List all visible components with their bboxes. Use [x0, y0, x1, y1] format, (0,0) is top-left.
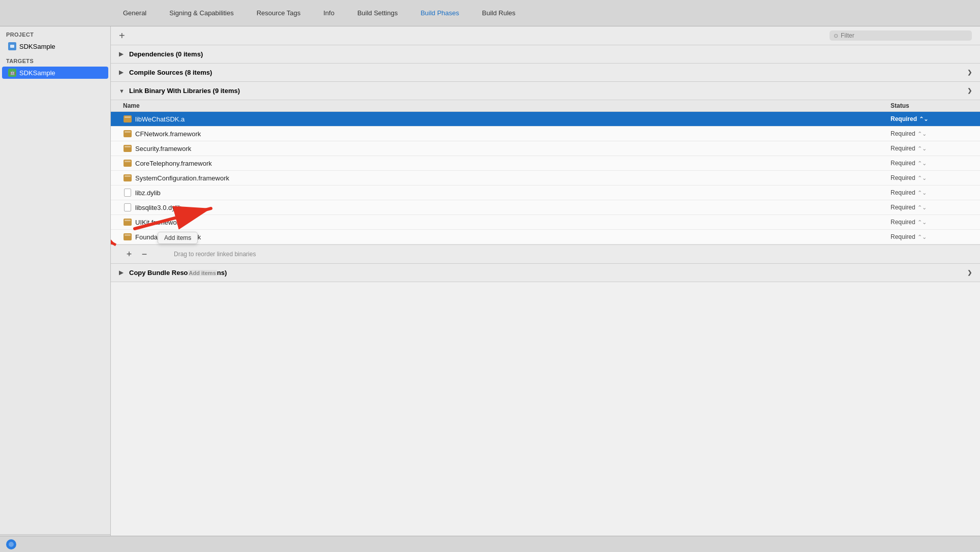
row-status-0: Required ⌃⌄	[891, 115, 972, 122]
compile-sources-phase-header[interactable]: Compile Sources (8 items) ❯	[111, 64, 980, 81]
row-icon-3	[123, 159, 132, 168]
col-name-header: Name	[123, 102, 891, 109]
project-section-header: PROJECT	[0, 26, 110, 40]
copy-bundle-chevron	[119, 269, 125, 276]
sidebar-target-label: SDKSample	[19, 69, 55, 77]
tab-bar: General Signing & Capabilities Resource …	[0, 0, 980, 26]
tab-resource-tags[interactable]: Resource Tags	[246, 0, 312, 26]
stepper-icon-7[interactable]: ⌃⌄	[917, 219, 927, 226]
table-row[interactable]: libWeChatSDK.a Required ⌃⌄	[111, 112, 980, 127]
table-bottom-toolbar: + Add items − Drag to reorder linked bin…	[111, 244, 980, 263]
filter-input-container: ⊙	[830, 30, 972, 41]
sidebar: PROJECT SDKSample TARGETS 🤖 SDKSample − …	[0, 26, 111, 552]
compile-sources-phase: Compile Sources (8 items) ❯	[111, 64, 980, 82]
filter-input[interactable]	[841, 32, 968, 39]
tab-build-rules[interactable]: Build Rules	[471, 0, 527, 26]
main-layout: PROJECT SDKSample TARGETS 🤖 SDKSample − …	[0, 26, 980, 552]
tab-build-phases[interactable]: Build Phases	[409, 0, 471, 26]
archive-icon	[124, 115, 132, 122]
tab-general[interactable]: General	[112, 0, 158, 26]
row-status-5: Required ⌃⌄	[891, 189, 972, 196]
row-status-3: Required ⌃⌄	[891, 160, 972, 167]
row-status-8: Required ⌃⌄	[891, 233, 972, 240]
stepper-icon-5[interactable]: ⌃⌄	[917, 190, 927, 196]
col-status-header: Status	[891, 102, 972, 109]
table-row[interactable]: Security.framework Required ⌃⌄	[111, 141, 980, 156]
targets-section-header: TARGETS	[0, 53, 110, 66]
row-name-1: CFNetwork.framework	[135, 130, 891, 138]
row-name-6: libsqlite3.0.dylib	[135, 204, 891, 211]
table-row[interactable]: Foundation.framework Required ⌃⌄	[111, 230, 980, 244]
framework-icon-7	[124, 219, 132, 226]
row-name-8: Foundation.framework	[135, 233, 891, 241]
main-content: + ⊙ Dependencies (0 items) Compile Sourc…	[111, 26, 980, 552]
row-icon-8	[123, 232, 132, 241]
row-name-7: UIKit.framework	[135, 219, 891, 226]
stepper-icon-1[interactable]: ⌃⌄	[917, 131, 927, 137]
link-binary-table: Name Status libWeChatSDK.a Required ⌃⌄	[111, 100, 980, 244]
remove-library-button[interactable]: −	[138, 248, 150, 260]
framework-icon-1	[124, 130, 132, 137]
table-row[interactable]: libz.dylib Required ⌃⌄	[111, 186, 980, 200]
svg-point-4	[9, 542, 14, 547]
dependencies-chevron	[119, 51, 125, 57]
stepper-icon-2[interactable]: ⌃⌄	[917, 145, 927, 152]
framework-icon-2	[124, 145, 132, 152]
link-binary-phase-header[interactable]: Link Binary With Libraries (9 items) ❯	[111, 82, 980, 100]
stepper-icon-0[interactable]: ⌃⌄	[919, 116, 928, 122]
row-name-2: Security.framework	[135, 145, 891, 152]
row-icon-2	[123, 144, 132, 153]
file-icon-6	[124, 203, 131, 211]
framework-icon-3	[124, 160, 132, 167]
bottom-bar	[0, 536, 980, 552]
table-row[interactable]: CoreTelephony.framework Required ⌃⌄	[111, 156, 980, 171]
row-name-3: CoreTelephony.framework	[135, 160, 891, 167]
add-phase-button[interactable]: +	[119, 30, 125, 41]
stepper-icon-8[interactable]: ⌃⌄	[917, 234, 927, 240]
status-indicator	[6, 539, 16, 549]
table-row[interactable]: UIKit.framework Required ⌃⌄	[111, 215, 980, 230]
dependencies-phase-header[interactable]: Dependencies (0 items)	[111, 45, 980, 63]
table-row[interactable]: CFNetwork.framework Required ⌃⌄	[111, 127, 980, 141]
row-status-7: Required ⌃⌄	[891, 219, 972, 226]
add-library-button[interactable]: +	[123, 248, 135, 260]
compile-sources-expand-icon: ❯	[967, 69, 972, 76]
row-status-6: Required ⌃⌄	[891, 204, 972, 211]
row-icon-5	[123, 188, 132, 197]
main-toolbar: + ⊙	[111, 26, 980, 45]
compile-sources-chevron	[119, 69, 125, 76]
row-icon-0	[123, 114, 132, 124]
stepper-icon-6[interactable]: ⌃⌄	[917, 204, 927, 211]
sidebar-item-target[interactable]: 🤖 SDKSample	[2, 67, 108, 79]
stepper-icon-4[interactable]: ⌃⌄	[917, 175, 927, 181]
link-binary-expand-icon: ❯	[967, 87, 972, 94]
row-status-2: Required ⌃⌄	[891, 145, 972, 152]
table-row[interactable]: libsqlite3.0.dylib Required ⌃⌄	[111, 200, 980, 215]
row-name-4: SystemConfiguration.framework	[135, 174, 891, 182]
row-icon-7	[123, 218, 132, 227]
drag-hint: Drag to reorder linked binaries	[174, 251, 256, 258]
table-header: Name Status	[111, 100, 980, 112]
row-icon-4	[123, 173, 132, 182]
copy-bundle-expand-icon: ❯	[967, 269, 972, 276]
row-name-0: libWeChatSDK.a	[135, 115, 891, 123]
row-status-4: Required ⌃⌄	[891, 174, 972, 181]
copy-bundle-phase-header[interactable]: Copy Bundle ResoAdd itemsns) ❯	[111, 264, 980, 282]
stepper-icon-3[interactable]: ⌃⌄	[917, 160, 927, 167]
add-items-tooltip: Add items	[158, 232, 198, 244]
tab-build-settings[interactable]: Build Settings	[346, 0, 410, 26]
tab-signing[interactable]: Signing & Capabilities	[158, 0, 245, 26]
compile-sources-phase-title: Compile Sources (8 items)	[129, 69, 212, 76]
target-icon: 🤖	[8, 69, 16, 77]
link-binary-phase: Link Binary With Libraries (9 items) ❯ N…	[111, 82, 980, 264]
filter-icon: ⊙	[834, 33, 838, 39]
row-status-1: Required ⌃⌄	[891, 130, 972, 137]
tab-info[interactable]: Info	[312, 0, 346, 26]
dependencies-phase: Dependencies (0 items)	[111, 45, 980, 64]
link-binary-phase-title: Link Binary With Libraries (9 items)	[129, 87, 240, 95]
table-row[interactable]: SystemConfiguration.framework Required ⌃…	[111, 171, 980, 186]
sidebar-item-project[interactable]: SDKSample	[2, 40, 108, 52]
framework-icon-4	[124, 174, 132, 181]
project-icon	[8, 42, 16, 50]
file-icon-5	[124, 189, 131, 197]
